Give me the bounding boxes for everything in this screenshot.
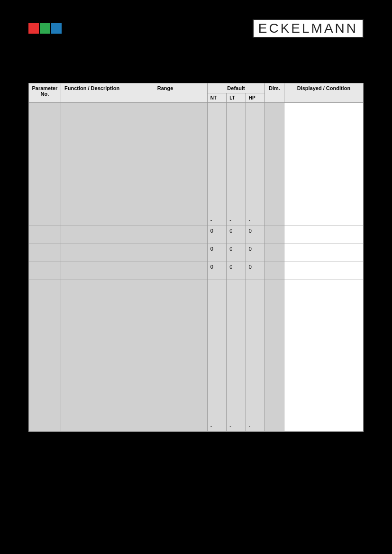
col-header-default: Default <box>207 83 265 93</box>
col-header-param: Parameter No. <box>29 83 61 103</box>
subheader-nt: NT <box>207 93 227 103</box>
cell-hp: - <box>246 280 265 432</box>
cell-hp: - <box>246 103 265 226</box>
cell-displayed <box>284 244 363 262</box>
col-header-range: Range <box>123 83 207 103</box>
cell-nt: 0 <box>207 226 227 244</box>
cell-func <box>61 280 123 432</box>
logo-square-red <box>28 23 39 34</box>
cell-param <box>29 280 61 432</box>
cell-param <box>29 103 61 226</box>
cell-dim <box>265 262 284 280</box>
cell-func <box>61 244 123 262</box>
cell-param <box>29 244 61 262</box>
cell-dim <box>265 280 284 432</box>
table-row: 0 0 0 <box>29 262 364 280</box>
cell-displayed <box>284 103 363 226</box>
cell-param <box>29 226 61 244</box>
cell-dim <box>265 226 284 244</box>
cell-range <box>123 280 207 432</box>
page: ECKELMANN Parameter No. Function / Descr… <box>0 0 392 554</box>
col-header-func: Function / Description <box>61 83 123 103</box>
table-row: - - - <box>29 280 364 432</box>
cell-lt: - <box>227 103 246 226</box>
cell-hp: 0 <box>246 262 265 280</box>
cell-range <box>123 262 207 280</box>
main-table: Parameter No. Function / Description Ran… <box>28 83 364 432</box>
cell-displayed <box>284 262 363 280</box>
cell-lt: 0 <box>227 244 246 262</box>
logo <box>28 23 62 34</box>
cell-dim <box>265 103 284 226</box>
cell-nt: 0 <box>207 244 227 262</box>
cell-range <box>123 226 207 244</box>
cell-nt: - <box>207 103 227 226</box>
table-row: 0 0 0 <box>29 244 364 262</box>
brand-logo: ECKELMANN <box>253 19 364 38</box>
cell-range <box>123 103 207 226</box>
cell-dim <box>265 244 284 262</box>
cell-func <box>61 103 123 226</box>
cell-func <box>61 262 123 280</box>
header-row: Parameter No. Function / Description Ran… <box>29 83 364 93</box>
cell-lt: 0 <box>227 226 246 244</box>
cell-hp: 0 <box>246 226 265 244</box>
cell-nt: - <box>207 280 227 432</box>
cell-hp: 0 <box>246 244 265 262</box>
table-container: Parameter No. Function / Description Ran… <box>28 83 364 432</box>
col-header-displayed: Displayed / Condition <box>284 83 363 103</box>
logo-square-green <box>40 23 50 34</box>
cell-displayed <box>284 280 363 432</box>
cell-lt: 0 <box>227 262 246 280</box>
cell-func <box>61 226 123 244</box>
col-header-dim: Dim. <box>265 83 284 103</box>
cell-lt: - <box>227 280 246 432</box>
subheader-hp: HP <box>246 93 265 103</box>
table-row: 0 0 0 <box>29 226 364 244</box>
cell-nt: 0 <box>207 262 227 280</box>
cell-param <box>29 262 61 280</box>
logo-square-blue <box>51 23 62 34</box>
cell-displayed <box>284 226 363 244</box>
table-row: - - - <box>29 103 364 226</box>
subheader-lt: LT <box>227 93 246 103</box>
header: ECKELMANN <box>28 19 364 38</box>
cell-range <box>123 244 207 262</box>
